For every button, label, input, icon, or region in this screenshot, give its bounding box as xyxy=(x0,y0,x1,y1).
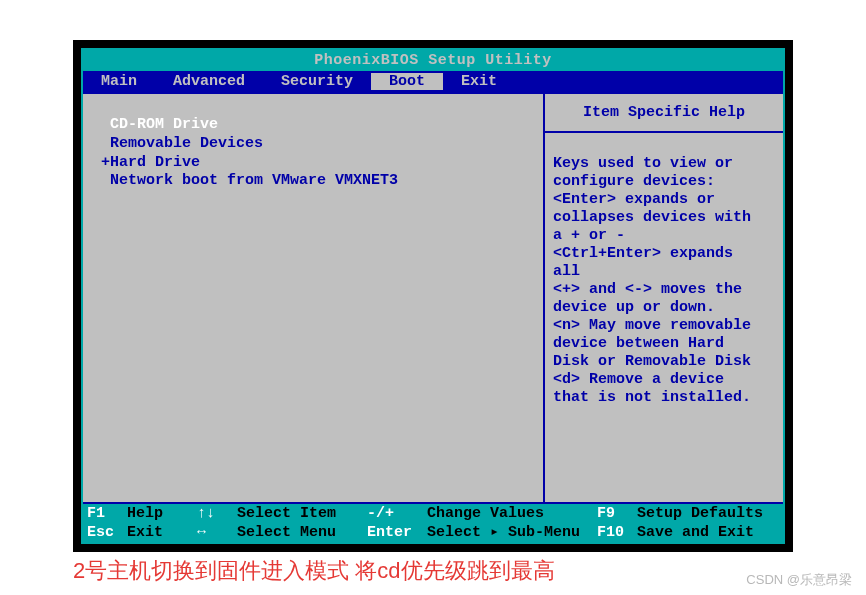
help-body: Keys used to view or configure devices: … xyxy=(545,133,783,415)
label-select-item: Select Item xyxy=(237,505,367,522)
menu-advanced[interactable]: Advanced xyxy=(155,73,263,90)
key-esc: Esc xyxy=(87,524,114,541)
boot-item-cdrom[interactable]: CD-ROM Drive xyxy=(101,116,525,135)
boot-item-network[interactable]: Network boot from VMware VMXNET3 xyxy=(101,172,525,191)
menu-main[interactable]: Main xyxy=(83,73,155,90)
label-select-submenu: Select ▸ Sub-Menu xyxy=(427,524,597,541)
label-change-values: Change Values xyxy=(427,505,597,522)
menu-boot[interactable]: Boot xyxy=(371,73,443,90)
label-save-exit: Save and Exit xyxy=(637,524,754,541)
menu-exit[interactable]: Exit xyxy=(443,73,515,90)
bios-window: PhoenixBIOS Setup Utility Main Advanced … xyxy=(73,40,793,552)
boot-item-harddrive[interactable]: +Hard Drive xyxy=(101,154,525,173)
help-title: Item Specific Help xyxy=(545,94,783,133)
help-panel: Item Specific Help Keys used to view or … xyxy=(545,94,783,502)
label-help: Help xyxy=(127,505,197,522)
label-exit: Exit xyxy=(127,524,197,541)
watermark: CSDN @乐意昂梁 xyxy=(746,571,852,589)
footer-row-1: F1 Help ↑↓ Select Item -/+ Change Values… xyxy=(83,504,783,523)
footer-bar: F1 Help ↑↓ Select Item -/+ Change Values… xyxy=(83,502,783,543)
key-plusminus: -/+ xyxy=(367,505,394,522)
content-area: CD-ROM Drive Removable Devices +Hard Dri… xyxy=(83,92,783,502)
footer-row-2: Esc Exit ↔ Select Menu Enter Select ▸ Su… xyxy=(83,523,783,542)
menu-bar[interactable]: Main Advanced Security Boot Exit xyxy=(83,71,783,92)
bios-inner: PhoenixBIOS Setup Utility Main Advanced … xyxy=(81,48,785,544)
boot-order-panel[interactable]: CD-ROM Drive Removable Devices +Hard Dri… xyxy=(83,94,545,502)
menu-security[interactable]: Security xyxy=(263,73,371,90)
key-updown: ↑↓ xyxy=(197,505,215,522)
key-f1: F1 xyxy=(87,505,105,522)
boot-item-removable[interactable]: Removable Devices xyxy=(101,135,525,154)
key-f9: F9 xyxy=(597,505,615,522)
title-bar: PhoenixBIOS Setup Utility xyxy=(83,50,783,71)
label-setup-defaults: Setup Defaults xyxy=(637,505,763,522)
key-enter: Enter xyxy=(367,524,412,541)
annotation-text: 2号主机切换到固件进入模式 将cd优先级跳到最高 xyxy=(73,556,555,586)
key-f10: F10 xyxy=(597,524,624,541)
key-leftright: ↔ xyxy=(197,524,206,541)
label-select-menu: Select Menu xyxy=(237,524,367,541)
